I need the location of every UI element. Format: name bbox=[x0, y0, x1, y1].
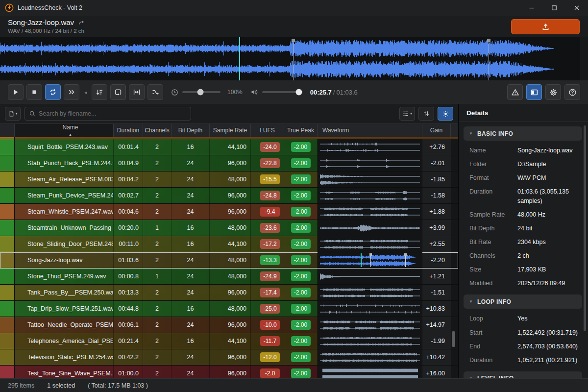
cell-sample-rate: 96,000 bbox=[210, 349, 251, 365]
table-row[interactable]: Test_Tone_Sine_Wave_PSEM.255...01:00.022… bbox=[0, 366, 458, 378]
table-row[interactable]: Tattoo_Needle_Operate_PSEM.2...00:06.122… bbox=[0, 317, 458, 333]
lufs-badge: -12.0 bbox=[260, 352, 280, 362]
detail-field: End2,574,703 (00:53.640) bbox=[459, 340, 588, 353]
cell-waveform bbox=[318, 301, 422, 317]
details-scrollbar-thumb[interactable] bbox=[584, 125, 586, 331]
table-row[interactable]: Stone_Thud_PSEM.249.wav00:00.812448,000-… bbox=[0, 269, 458, 285]
cell-true-peak: -2.00 bbox=[284, 188, 318, 203]
detail-value: 01:03.6 (3,055,135 samples) bbox=[517, 187, 587, 205]
fit-width-button[interactable] bbox=[129, 84, 145, 100]
true-peak-badge: -2.00 bbox=[291, 271, 311, 281]
row-color-chip bbox=[0, 285, 15, 300]
table-row[interactable]: Tap_Drip_Slow_PSEM.251.wav00:44.821648,0… bbox=[0, 301, 458, 317]
true-peak-badge: -2.00 bbox=[291, 368, 311, 378]
lufs-badge: -13.3 bbox=[260, 255, 280, 265]
export-button[interactable] bbox=[511, 19, 580, 34]
current-file-title: Song-Jazz-loop.wav bbox=[8, 18, 74, 26]
row-color-chip bbox=[0, 301, 15, 317]
loop-region-button[interactable] bbox=[110, 84, 126, 100]
list-options-button[interactable]: ▾ bbox=[399, 107, 415, 121]
loop-playback-button[interactable] bbox=[45, 84, 61, 100]
cell-lufs: -12.0 bbox=[251, 349, 284, 365]
section-header-loop-info[interactable]: ▼LOOP INFO bbox=[464, 294, 582, 309]
waveform-overview[interactable] bbox=[0, 37, 580, 80]
maximize-button[interactable] bbox=[543, 0, 565, 16]
cell-waveform bbox=[318, 285, 422, 300]
help-button[interactable] bbox=[564, 84, 580, 100]
time-display: 00:25.7/01:03.6 bbox=[310, 89, 358, 96]
column-header-LUFS[interactable]: LUFS bbox=[251, 124, 284, 137]
cell-lufs: -23.6 bbox=[251, 220, 284, 236]
cell-lufs: -9.4 bbox=[251, 204, 284, 220]
cell-gain: +1.21 bbox=[422, 269, 451, 284]
row-color-chip bbox=[0, 172, 15, 187]
sort-order-button[interactable] bbox=[92, 84, 107, 100]
column-header-Sample Rate[interactable]: Sample Rate bbox=[210, 124, 251, 137]
cell-gain: +10.83 bbox=[422, 301, 451, 317]
section-header-level-info[interactable]: ▼LEVEL INFO bbox=[464, 371, 582, 378]
settings-gear-button[interactable] bbox=[545, 84, 561, 100]
column-header-Gain[interactable]: Gain bbox=[422, 124, 451, 137]
cell-bit-depth: 24 bbox=[172, 285, 210, 300]
follow-playback-button[interactable] bbox=[147, 84, 163, 100]
table-row[interactable]: Steamtrain_Unknown_Passing_P...00:20.011… bbox=[0, 220, 458, 236]
close-button[interactable] bbox=[565, 0, 588, 16]
table-row[interactable]: Steam_Punk_Device_PSEM.245....00:02.7224… bbox=[0, 188, 458, 204]
table-row[interactable]: Steam_Air_Release_PSEM.003.w...00:04.222… bbox=[0, 172, 458, 188]
column-header-Duration[interactable]: Duration bbox=[114, 124, 143, 137]
cell-lufs: -11.7 bbox=[251, 333, 284, 349]
play-button[interactable] bbox=[8, 84, 24, 100]
table-row[interactable]: Song-Jazz-loop.wav01:03.622448,000-13.3-… bbox=[0, 252, 458, 269]
collapse-triangle-icon: ▼ bbox=[469, 131, 473, 136]
column-header-Waveform[interactable]: Waveform bbox=[318, 124, 422, 137]
table-scrollbar-thumb[interactable] bbox=[452, 331, 455, 347]
cell-true-peak: -2.00 bbox=[284, 349, 318, 365]
cell-lufs: -25.0 bbox=[251, 301, 284, 317]
table-row[interactable]: Stab_Punch_Hack_PSEM.244.wav00:04.922496… bbox=[0, 155, 458, 172]
filter-sliders-button[interactable] bbox=[418, 107, 434, 121]
share-arrow-icon[interactable] bbox=[78, 19, 85, 26]
table-row[interactable]: Stone_Sliding_Door_PSEM.248.w...00:11.02… bbox=[0, 236, 458, 252]
table-row[interactable]: Steam_Whistle_PSEM.247.wav00:04.622496,0… bbox=[0, 204, 458, 220]
column-header-Channels[interactable]: Channels bbox=[143, 124, 172, 137]
stop-button[interactable] bbox=[26, 84, 42, 100]
detail-label: Name bbox=[469, 146, 517, 155]
collapse-left-icon[interactable]: ◂ bbox=[82, 90, 89, 95]
minimize-button[interactable] bbox=[520, 0, 543, 16]
column-header-Name[interactable]: Name▲ bbox=[15, 124, 114, 137]
table-row[interactable]: Telephones_America_Dial_PSEM....00:21.42… bbox=[0, 333, 458, 349]
file-type-filter-button[interactable]: ▾ bbox=[5, 107, 21, 121]
search-input[interactable] bbox=[39, 110, 187, 117]
search-box[interactable] bbox=[24, 107, 191, 121]
table-row[interactable]: Tank_Pass_By__PSEM.250.wav00:13.322496,0… bbox=[0, 285, 458, 301]
cell-name: Tap_Drip_Slow_PSEM.251.wav bbox=[15, 301, 114, 317]
column-header-True Peak[interactable]: True Peak bbox=[284, 124, 318, 137]
cell-true-peak: -2.00 bbox=[284, 155, 318, 171]
loop-end-marker[interactable] bbox=[489, 39, 489, 80]
cell-sample-rate: 96,000 bbox=[210, 204, 251, 220]
cell-gain: -1.99 bbox=[422, 333, 451, 349]
split-view-button[interactable] bbox=[526, 84, 542, 100]
loop-start-marker[interactable] bbox=[293, 39, 294, 80]
true-peak-badge: -2.00 bbox=[291, 288, 311, 297]
time-total: 01:03.6 bbox=[336, 89, 357, 96]
cell-name: Tank_Pass_By__PSEM.250.wav bbox=[15, 285, 114, 300]
cell-name: Steam_Punk_Device_PSEM.245.... bbox=[15, 188, 114, 203]
highlight-rows-button[interactable] bbox=[438, 107, 453, 121]
speed-slider[interactable] bbox=[182, 91, 220, 93]
table-row[interactable]: Television_Static_PSEM.254.wav00:42.2224… bbox=[0, 349, 458, 366]
warnings-button[interactable] bbox=[507, 84, 523, 100]
detail-field: FolderD:\Sample bbox=[459, 157, 588, 171]
skip-forward-button[interactable] bbox=[64, 84, 79, 100]
cell-channels: 2 bbox=[143, 155, 172, 171]
cell-gain: +2.76 bbox=[422, 139, 451, 155]
app-lightning-icon bbox=[5, 3, 14, 12]
playhead-line[interactable] bbox=[239, 37, 240, 80]
table-row[interactable]: Squirt_Bottle_PSEM.243.wav00:01.421644,1… bbox=[0, 139, 458, 155]
volume-slider[interactable] bbox=[262, 91, 300, 93]
column-header-Bit Depth[interactable]: Bit Depth bbox=[172, 124, 210, 137]
column-header-color[interactable] bbox=[0, 124, 15, 137]
section-header-basic-info[interactable]: ▼BASIC INFO bbox=[464, 126, 582, 141]
cell-waveform bbox=[318, 220, 422, 236]
waveform-thumbnail bbox=[320, 157, 420, 170]
